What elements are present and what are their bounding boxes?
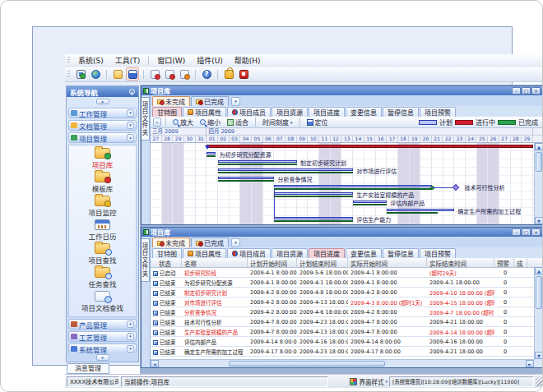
tab-overflow-button[interactable]: ▾ xyxy=(231,97,240,106)
gantt-vertical-scrollbar[interactable]: ▲▼ xyxy=(534,143,542,224)
gantt-actual-bar[interactable] xyxy=(207,155,216,157)
table-row[interactable]: 已结束分析竞争情况2009-4-2 8:00:002009-4-6 18:00:… xyxy=(151,307,534,317)
table-subtab-5[interactable]: 变更信息 xyxy=(346,248,382,258)
table-row[interactable]: 已启动初步研究阶段2009-4-1 8:00:002009-5-6 18:00:… xyxy=(151,268,534,278)
gantt-plan-bar[interactable] xyxy=(387,209,454,211)
table-tab-0[interactable]: 未完成 xyxy=(152,238,190,247)
scrollbar-thumb[interactable] xyxy=(229,361,385,367)
table-subtab-7[interactable]: 项目预警 xyxy=(420,248,456,258)
chevron-up-icon[interactable]: ▴ xyxy=(127,134,134,141)
scrollbar-thumb[interactable] xyxy=(536,276,542,309)
gantt-actual-bar[interactable] xyxy=(218,172,353,173)
table-subtab-0[interactable]: 甘特图 xyxy=(152,248,182,258)
gantt-subtab-7[interactable]: 项目预警 xyxy=(420,107,456,117)
sidebar-group-1[interactable]: 文档管理▾ xyxy=(68,120,137,131)
toolbar-expand-button[interactable]: » xyxy=(153,118,161,127)
column-header-7[interactable]: 成 xyxy=(514,258,527,267)
chevron-down-icon[interactable]: ▾ xyxy=(127,122,134,129)
gantt-actual-bar[interactable] xyxy=(353,204,387,205)
table-horizontal-scrollbar[interactable]: ◄► xyxy=(151,359,534,367)
globe-toolbar-button[interactable] xyxy=(89,67,102,81)
sidebar-group-3[interactable]: 产品管理▾ xyxy=(68,319,137,330)
table-subtab-2[interactable]: 项目成员 xyxy=(227,248,271,258)
toolbar-grip[interactable] xyxy=(67,71,70,78)
tab-message-management[interactable]: 消息管理 xyxy=(67,363,109,374)
table-subtab-1[interactable]: 项目属性 xyxy=(183,248,226,258)
scroll-up-icon[interactable]: ▲ xyxy=(535,143,542,150)
table-titlebar[interactable]: 项目库–□× xyxy=(142,228,542,237)
column-header-1[interactable]: 名称 xyxy=(182,258,248,267)
gantt-plan-bar[interactable] xyxy=(218,177,274,179)
gantt-summary-bar[interactable] xyxy=(207,145,533,148)
exit-toolbar-button[interactable] xyxy=(237,67,250,81)
chevron-down-icon[interactable]: ▾ xyxy=(127,345,134,353)
scroll-up-icon[interactable]: ▲ xyxy=(535,267,543,274)
help-toolbar-button[interactable]: ? xyxy=(200,67,213,81)
sidebar-group-5[interactable]: 系统管理▾ xyxy=(68,344,137,353)
table-row[interactable]: 已结束确定生产所需的加工过程2009-4-17 8:00:002009-4-23… xyxy=(151,347,534,357)
scroll-left-icon[interactable]: ◄ xyxy=(151,360,159,367)
gantt-subtab-5[interactable]: 变更信息 xyxy=(346,107,382,117)
gantt-subtab-3[interactable]: 项目资源 xyxy=(272,107,308,117)
column-header-2[interactable]: 计划开始时间 xyxy=(248,258,297,267)
sidebar-item-6[interactable]: 项目文档查找 xyxy=(69,291,136,312)
minimize-button[interactable]: – xyxy=(512,87,521,95)
table-tab-1[interactable]: 已完成 xyxy=(191,238,229,247)
scroll-down-icon[interactable]: ▼ xyxy=(535,217,542,224)
zoom-out-button[interactable]: 缩小 xyxy=(197,118,223,127)
interface-style-button[interactable]: 界面样式 xyxy=(359,377,383,386)
gantt-subtab-4[interactable]: 项目进度 xyxy=(309,107,345,117)
tab-overflow-button[interactable]: ▾ xyxy=(231,238,240,247)
chevron-down-icon[interactable]: ▾ xyxy=(127,333,134,340)
sidebar-item-5[interactable]: 任务查找 xyxy=(69,267,136,288)
gantt-tab-1[interactable]: 已完成 xyxy=(191,96,229,106)
save-toolbar-button[interactable] xyxy=(126,67,139,81)
resize-grip[interactable] xyxy=(536,376,542,386)
gantt-actual-bar[interactable] xyxy=(274,196,353,197)
sidebar-group-4[interactable]: 工艺管理▾ xyxy=(68,331,137,342)
menu-item-4[interactable]: 帮助(H) xyxy=(229,54,267,67)
locate-button[interactable]: 定位 xyxy=(304,118,331,127)
sidebar-item-3[interactable]: 工作日历 xyxy=(69,219,136,241)
gantt-plan-bar[interactable] xyxy=(218,168,353,171)
chevron-down-icon[interactable]: ▾ xyxy=(127,109,134,117)
gantt-actual-bar[interactable] xyxy=(218,180,274,182)
sidebar-scroll-down-button[interactable]: ▾ xyxy=(96,354,109,361)
folder-toolbar-button[interactable] xyxy=(111,67,124,81)
gantt-subtab-0[interactable]: 甘特图 xyxy=(152,107,182,117)
zoom-in-button[interactable]: 放大 xyxy=(170,118,196,127)
gantt-subtab-6[interactable]: 暂停信息 xyxy=(383,107,419,117)
gantt-actual-bar[interactable] xyxy=(274,220,353,222)
table-row[interactable]: 已结束评估内部产品2009-4-14 8:00:002009-4-16 18:0… xyxy=(151,337,534,347)
mail-verify-toolbar-button[interactable] xyxy=(163,67,176,81)
table-subtab-4[interactable]: 项目进度 xyxy=(309,248,345,258)
gantt-tab-0[interactable]: 未完成 xyxy=(152,96,190,106)
maximize-button[interactable]: □ xyxy=(522,228,531,236)
minimize-button[interactable]: – xyxy=(512,228,521,236)
gantt-plan-bar[interactable] xyxy=(207,152,216,154)
table-row[interactable]: 已结束对市场进行评估2009-4-2 8:00:002009-4-13 18:0… xyxy=(151,297,534,307)
interface-style-caret-icon[interactable]: ▾ xyxy=(385,379,388,384)
gantt-plan-bar[interactable] xyxy=(274,185,431,187)
column-header-6[interactable]: 预警 xyxy=(494,258,514,267)
sidebar-item-0[interactable]: 项目库 xyxy=(69,148,136,169)
scroll-down-icon[interactable]: ▼ xyxy=(535,352,543,359)
sidebar-item-1[interactable]: 模板库 xyxy=(69,172,136,193)
table-row[interactable]: 已结束生产实验室规模的产品2009-4-7 8:00:002009-4-13 1… xyxy=(151,327,534,337)
sidebar-item-4[interactable]: 项目查找 xyxy=(69,243,136,265)
gantt-titlebar[interactable]: 项目库–□× xyxy=(142,86,542,95)
chevron-down-icon[interactable]: ▾ xyxy=(127,321,134,328)
sidebar-group-0[interactable]: 工作管理▾ xyxy=(68,108,137,118)
column-header-5[interactable]: 实际结束时间 xyxy=(427,258,494,267)
computer-toolbar-button[interactable] xyxy=(74,67,87,81)
table-folder-side-tab[interactable]: 项目文件夹 xyxy=(142,238,150,282)
menu-item-2[interactable]: 窗口(W) xyxy=(151,54,191,67)
table-row[interactable]: 已结束技术可行性分析2009-4-7 8:00:002009-4-23 18:0… xyxy=(151,317,534,327)
table-vertical-scrollbar[interactable]: ▲▼ xyxy=(534,267,542,359)
gantt-chart[interactable]: 为初步研究分配资源制定初步研究计划对市场进行评估分析竞争情况技术可行性分析生产实… xyxy=(151,143,534,224)
scrollbar-thumb[interactable] xyxy=(536,152,542,172)
sidebar-item-2[interactable]: 项目监控 xyxy=(69,196,136,217)
scroll-right-icon[interactable]: ► xyxy=(526,360,534,367)
menu-grip[interactable] xyxy=(67,57,70,64)
menu-item-3[interactable]: 插件(U) xyxy=(191,54,229,67)
